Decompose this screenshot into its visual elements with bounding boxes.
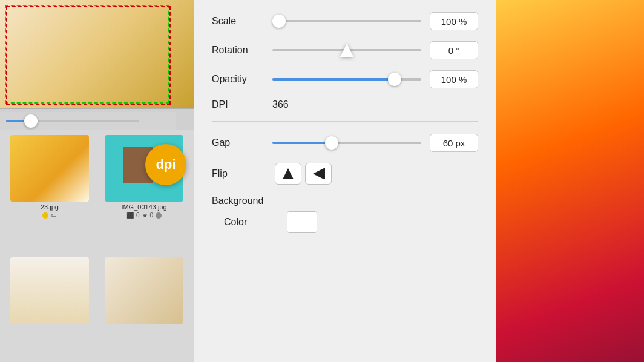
opacity-value[interactable]: 100 % <box>430 70 478 88</box>
background-label: Background <box>212 196 478 206</box>
zoom-slider-container <box>0 112 176 130</box>
dpi-badge-text: dpi <box>156 157 176 173</box>
star-count: 0 <box>150 212 154 219</box>
scale-slider[interactable] <box>272 15 421 27</box>
star-icon: ★ <box>142 212 148 219</box>
dpi-badge: dpi <box>145 144 186 185</box>
divider <box>212 121 478 122</box>
thumbnail-image <box>105 257 183 324</box>
gap-row: Gap 60 px <box>212 134 478 152</box>
background-section: Background Color <box>212 196 478 233</box>
flip-buttons <box>275 163 332 185</box>
thumbnail-label: 23.jpg <box>41 203 59 211</box>
scale-value[interactable]: 100 % <box>430 12 478 30</box>
zoom-slider-track[interactable] <box>6 120 139 122</box>
gap-slider[interactable] <box>272 137 421 149</box>
thumbnail-label: IMG_00143.jpg <box>121 203 166 211</box>
rotation-slider-track[interactable] <box>272 49 421 51</box>
layer-count: 0 <box>136 212 140 219</box>
list-item[interactable] <box>99 257 189 358</box>
dpi-row: DPI 366 <box>212 99 478 110</box>
scale-slider-track[interactable] <box>272 20 421 22</box>
gap-slider-track[interactable] <box>272 142 421 144</box>
opacity-slider-thumb[interactable] <box>388 73 401 86</box>
tag-icon: 🏷 <box>51 212 57 219</box>
color-row: Color <box>212 211 478 233</box>
scale-slider-thumb[interactable] <box>272 15 286 28</box>
layers-icon: ⬛ <box>126 212 134 219</box>
thumbnail-image <box>10 135 89 202</box>
flip-horizontal-icon <box>312 167 325 180</box>
flip-label: Flip <box>212 168 272 179</box>
color-label: Color <box>224 217 284 228</box>
right-panel: Scale 100 % Rotation 0 ° Opacitiy <box>194 0 496 362</box>
thumbnail-meta: ⬛ 0 ★ 0 <box>126 212 162 219</box>
list-item[interactable]: 23.jpg 🏷 <box>5 135 94 252</box>
list-item[interactable] <box>5 257 94 358</box>
opacity-row: Opacitiy 100 % <box>212 70 478 88</box>
flip-horizontal-button[interactable] <box>305 163 332 185</box>
opacity-label: Opacitiy <box>212 74 272 85</box>
gap-slider-thumb[interactable] <box>325 136 338 150</box>
top-preview <box>0 0 194 109</box>
thumbnail-meta: 🏷 <box>42 212 57 219</box>
preview-border-red <box>6 6 171 105</box>
gap-slider-fill <box>272 142 332 144</box>
rotation-row: Rotation 0 ° <box>212 41 478 59</box>
opacity-slider[interactable] <box>272 73 421 85</box>
zoom-slider-thumb[interactable] <box>24 114 38 128</box>
scale-label: Scale <box>212 16 272 27</box>
flip-vertical-button[interactable] <box>275 163 301 185</box>
color-dot <box>156 212 162 219</box>
svg-marker-0 <box>283 168 294 179</box>
opacity-slider-track[interactable] <box>272 78 421 81</box>
rotation-value[interactable]: 0 ° <box>430 41 478 59</box>
color-swatch[interactable] <box>287 211 317 233</box>
flip-row: Flip <box>212 163 478 185</box>
rotation-label: Rotation <box>212 45 272 56</box>
flip-vertical-icon <box>281 167 295 180</box>
scale-row: Scale 100 % <box>212 12 478 30</box>
rotation-slider[interactable] <box>272 44 421 56</box>
svg-marker-2 <box>313 168 324 179</box>
color-dot <box>42 212 48 219</box>
thumbnail-image <box>10 257 89 324</box>
rotation-slider-thumb[interactable] <box>340 44 353 57</box>
dpi-value: 366 <box>272 99 289 110</box>
opacity-slider-fill <box>272 78 395 81</box>
left-panel: dpi 23.jpg 🏷 IMG_00143.jpg ⬛ 0 ★ 0 <box>0 0 194 362</box>
dpi-label: DPI <box>212 99 272 110</box>
gap-label: Gap <box>212 137 272 148</box>
gap-value[interactable]: 60 px <box>430 134 478 152</box>
gradient-panel <box>496 0 644 362</box>
